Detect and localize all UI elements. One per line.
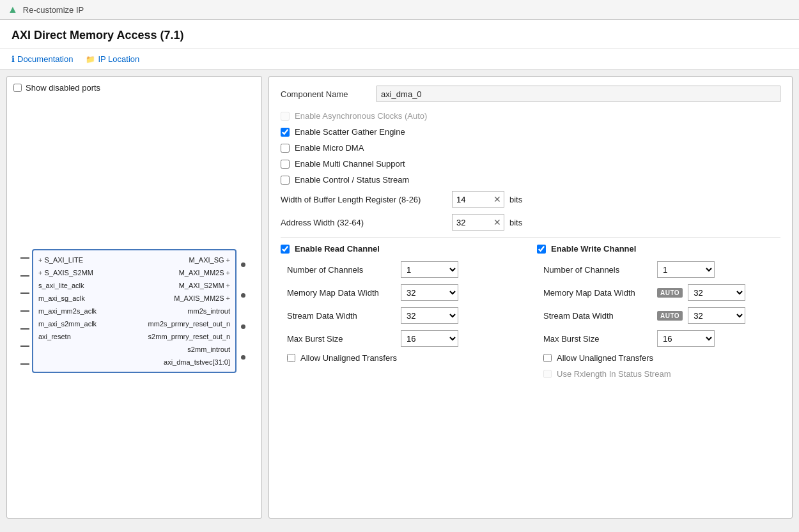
read-max-burst-dropdown[interactable]: 2 4 8 16 32 [401,330,458,347]
ip-block: + S_AXI_LITE + S_AXIS_S2MM s_axi_lite_ac… [32,249,237,373]
address-width-field: ✕ [452,214,504,231]
connector-dot-4 [241,355,245,360]
multi-channel-checkbox[interactable] [281,160,290,169]
read-num-channels-dropdown[interactable]: 1 2 4 8 16 [401,261,458,278]
port-m-axi-mm2s-aclk: m_axi_mm2s_aclk [38,305,97,317]
read-num-channels-row: Number of Channels 1 2 4 8 16 [287,261,524,278]
connector-dot-2 [241,293,245,298]
port-s-axi-lite: + S_AXI_LITE [38,254,97,266]
connector-dot-1 [241,262,245,267]
write-allow-unaligned-row: Allow Unaligned Transfers [543,353,780,363]
scatter-gather-label: Enable Scatter Gather Engine [295,127,405,137]
scatter-gather-row: Enable Scatter Gather Engine [281,127,780,137]
use-rxlength-checkbox[interactable] [543,370,552,378]
read-stream-data-select[interactable]: 8 16 32 64 [401,309,458,323]
read-mem-map-row: Memory Map Data Width 32 64 128 256 [287,284,524,301]
port-m-axi-s2mm: M_AXI_S2MM + [179,280,230,291]
read-allow-unaligned-label: Allow Unaligned Transfers [300,353,397,363]
use-rxlength-label: Use Rxlength In Status Stream [557,369,671,379]
port-m-axi-s2mm-aclk: m_axi_s2mm_aclk [38,318,97,330]
folder-icon: 📁 [86,55,95,64]
component-name-input[interactable] [376,86,780,102]
buffer-width-field: ✕ [452,191,504,208]
write-max-burst-select[interactable]: 2 4 8 16 32 [658,332,714,346]
micro-dma-checkbox[interactable] [281,144,290,153]
right-panel: Component Name Enable Asynchronous Clock… [268,76,793,519]
read-max-burst-row: Max Burst Size 2 4 8 16 32 [287,330,524,347]
address-width-unit: bits [509,218,522,227]
buffer-width-unit: bits [509,195,522,204]
show-disabled-label: Show disabled ports [26,83,100,93]
read-mem-map-select[interactable]: 32 64 128 256 [401,286,458,300]
read-num-channels-label: Number of Channels [287,265,396,275]
write-num-channels-dropdown[interactable]: 1 2 4 8 16 [657,261,715,278]
write-channel-header: Enable Write Channel [537,244,780,254]
async-clocks-label: Enable Asynchronous Clocks (Auto) [295,111,427,121]
write-stream-data-select[interactable]: 8 16 32 64 [688,309,745,323]
buffer-width-input[interactable] [453,194,491,206]
write-num-channels-row: Number of Channels 1 2 4 8 16 [543,261,780,278]
read-stream-data-row: Stream Data Width 8 16 32 64 [287,307,524,324]
async-clocks-checkbox[interactable] [281,112,290,121]
write-mem-map-dropdown[interactable]: 32 64 128 [688,284,745,301]
component-name-row: Component Name [281,86,780,102]
ports-right: M_AXI_SG + M_AXI_MM2S + M_AXI_S2MM + [148,254,230,368]
channels-container: Enable Read Channel Number of Channels 1… [281,244,780,385]
read-channel-header: Enable Read Channel [281,244,524,254]
control-status-row: Enable Control / Status Stream [281,175,780,185]
enable-write-checkbox[interactable] [537,245,546,254]
port-m-axis-mm2s: M_AXIS_MM2S + [174,293,230,304]
write-stream-data-auto-badge: AUTO [657,311,683,321]
port-s-axi-lite-aclk: s_axi_lite_aclk [38,280,97,291]
micro-dma-row: Enable Micro DMA [281,143,780,153]
enable-read-checkbox[interactable] [281,245,290,254]
write-max-burst-label: Max Burst Size [543,334,652,344]
port-m-axi-mm2s: M_AXI_MM2S + [179,267,230,278]
ip-location-link[interactable]: 📁 IP Location [86,54,139,64]
read-num-channels-select[interactable]: 1 2 4 8 16 [401,263,458,277]
read-allow-unaligned-checkbox[interactable] [287,354,295,362]
connector-dot-3 [241,324,245,329]
address-width-label: Address Width (32-64) [281,218,447,227]
read-mem-map-dropdown[interactable]: 32 64 128 256 [401,284,458,301]
info-icon: ℹ [12,54,15,64]
scatter-gather-checkbox[interactable] [281,128,290,137]
write-max-burst-row: Max Burst Size 2 4 8 16 32 [543,330,780,347]
enable-read-label: Enable Read Channel [295,244,380,254]
write-num-channels-select[interactable]: 1 2 4 8 16 [658,263,714,277]
port-s2mm-introut: s2mm_introut [187,344,230,355]
address-width-input[interactable] [453,217,491,229]
port-m-axi-sg-aclk: m_axi_sg_aclk [38,293,97,304]
read-max-burst-select[interactable]: 2 4 8 16 32 [401,332,458,346]
documentation-link[interactable]: ℹ Documentation [12,54,73,64]
write-num-channels-label: Number of Channels [543,265,652,275]
title-bar: ▲ Re-customize IP [0,0,799,20]
read-channel-col: Enable Read Channel Number of Channels 1… [281,244,524,385]
read-stream-data-label: Stream Data Width [287,311,396,321]
multi-channel-label: Enable Multi Channel Support [295,159,405,169]
read-mem-map-label: Memory Map Data Width [287,288,396,298]
write-channel-col: Enable Write Channel Number of Channels … [537,244,780,385]
address-width-row: Address Width (32-64) ✕ bits [281,214,780,231]
left-panel: Show disabled ports [6,76,262,519]
write-allow-unaligned-checkbox[interactable] [543,354,552,362]
control-status-checkbox[interactable] [281,176,290,185]
write-mem-map-row: Memory Map Data Width AUTO 32 64 128 [543,284,780,301]
write-mem-map-select[interactable]: 32 64 128 [688,286,745,300]
port-mm2s-introut: mm2s_introut [187,305,230,317]
read-max-burst-label: Max Burst Size [287,334,396,344]
write-mem-map-label: Memory Map Data Width [543,288,652,298]
port-m-axi-sg: M_AXI_SG + [189,254,230,266]
address-width-clear-btn[interactable]: ✕ [491,218,504,227]
write-max-burst-dropdown[interactable]: 2 4 8 16 32 [657,330,715,347]
write-stream-data-label: Stream Data Width [543,311,652,321]
show-disabled-row: Show disabled ports [13,83,255,93]
port-axi-dma-tstvec: axi_dma_tstvec[31:0] [164,356,230,368]
write-stream-data-dropdown[interactable]: 8 16 32 64 [688,307,745,324]
app-title: Re-customize IP [23,5,84,15]
port-s2mm-prmry-reset: s2mm_prmry_reset_out_n [148,331,230,342]
enable-write-label: Enable Write Channel [551,244,636,254]
read-stream-data-dropdown[interactable]: 8 16 32 64 [401,307,458,324]
buffer-width-clear-btn[interactable]: ✕ [491,195,504,204]
show-disabled-checkbox[interactable] [13,84,22,92]
